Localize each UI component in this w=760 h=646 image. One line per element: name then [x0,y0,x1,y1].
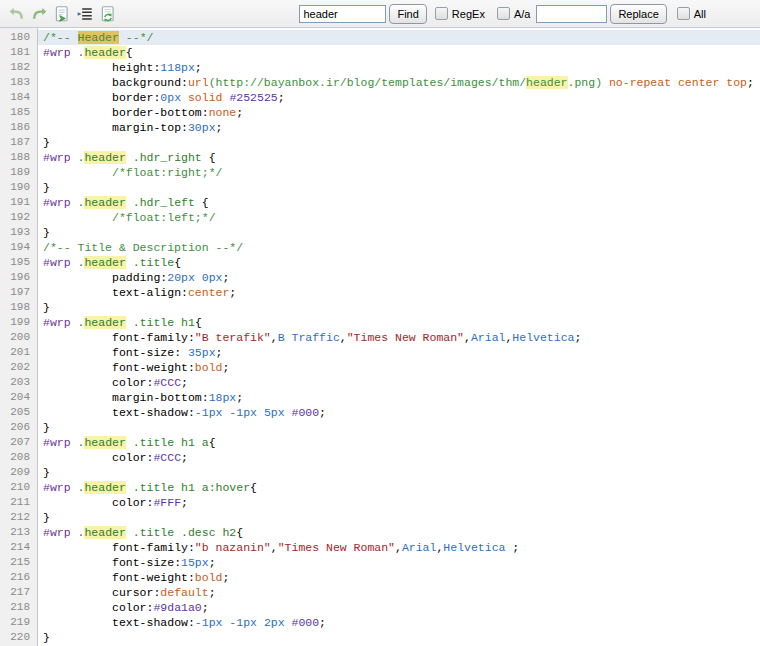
code-line[interactable]: 188#wrp .header .hdr_right { [0,150,760,165]
code-text: text-shadow:-1px -1px 5px #000; [38,405,760,420]
line-number: 188 [0,150,38,165]
code-line[interactable]: 208 color:#CCC; [0,450,760,465]
line-number: 220 [0,630,38,645]
code-line[interactable]: 210#wrp .header .title h1 a:hover{ [0,480,760,495]
code-text: #wrp .header .title h1 a:hover{ [38,480,760,495]
code-line[interactable]: 181#wrp .header{ [0,45,760,60]
code-text: height:118px; [38,60,760,75]
code-text: /*-- Title & Description --*/ [38,240,760,255]
code-text: color:#FFF; [38,495,760,510]
regex-checkbox[interactable] [435,7,448,20]
code-line[interactable]: 197 text-align:center; [0,285,760,300]
code-line[interactable]: 214 font-family:"b nazanin","Times New R… [0,540,760,555]
editor-toolbar: Find RegEx A/a Replace All [0,0,760,28]
case-sensitive-label: A/a [514,8,531,20]
code-text: text-align:center; [38,285,760,300]
line-number: 187 [0,135,38,150]
code-text: /*-- Header --*/ [38,30,760,45]
code-line[interactable]: 198} [0,300,760,315]
code-text: margin-top:30px; [38,120,760,135]
code-text: text-shadow:-1px -1px 2px #000; [38,615,760,630]
code-line[interactable]: 207#wrp .header .title h1 a{ [0,435,760,450]
code-line[interactable]: 194/*-- Title & Description --*/ [0,240,760,255]
code-line[interactable]: 206} [0,420,760,435]
replace-button[interactable]: Replace [610,4,666,24]
undo-icon[interactable] [6,4,26,24]
search-match: header [84,481,125,494]
find-button[interactable]: Find [389,4,426,24]
line-number: 210 [0,480,38,495]
code-text: color:#9da1a0; [38,600,760,615]
word-wrap-icon[interactable] [75,4,95,24]
code-line[interactable]: 213#wrp .header .title .desc h2{ [0,525,760,540]
code-line[interactable]: 180/*-- Header --*/ [0,30,760,45]
search-match: header [526,76,567,89]
goto-line-icon[interactable] [52,4,72,24]
code-line[interactable]: 200 font-family:"B terafik",B Traffic,"T… [0,330,760,345]
line-number: 218 [0,600,38,615]
code-line[interactable]: 202 font-weight:bold; [0,360,760,375]
code-text: #wrp .header .title{ [38,255,760,270]
code-text: #wrp .header .title h1 a{ [38,435,760,450]
code-line[interactable]: 191#wrp .header .hdr_left { [0,195,760,210]
code-line[interactable]: 196 padding:20px 0px; [0,270,760,285]
code-text: font-family:"b nazanin","Times New Roman… [38,540,760,555]
line-number: 212 [0,510,38,525]
reset-highlight-icon[interactable] [98,4,118,24]
current-search-match: Header [78,31,119,44]
case-sensitive-checkbox[interactable] [497,7,510,20]
line-number: 213 [0,525,38,540]
code-line[interactable]: 193} [0,225,760,240]
replace-input[interactable] [536,5,607,23]
line-number: 209 [0,465,38,480]
line-number: 204 [0,390,38,405]
replace-all-checkbox[interactable] [677,7,690,20]
line-number: 186 [0,120,38,135]
code-text: } [38,180,760,195]
code-line[interactable]: 209} [0,465,760,480]
code-line[interactable]: 220} [0,630,760,645]
code-text: } [38,225,760,240]
code-text: font-weight:bold; [38,570,760,585]
code-text: #wrp .header{ [38,45,760,60]
code-line[interactable]: 217 cursor:default; [0,585,760,600]
code-line[interactable]: 218 color:#9da1a0; [0,600,760,615]
find-input[interactable] [299,5,386,23]
code-line[interactable]: 190} [0,180,760,195]
code-line[interactable]: 192 /*float:left;*/ [0,210,760,225]
code-text: #wrp .header .title .desc h2{ [38,525,760,540]
line-number: 208 [0,450,38,465]
redo-icon[interactable] [29,4,49,24]
code-line[interactable]: 211 color:#FFF; [0,495,760,510]
regex-label: RegEx [452,8,485,20]
line-number: 214 [0,540,38,555]
code-line[interactable]: 215 font-size:15px; [0,555,760,570]
code-line[interactable]: 182 height:118px; [0,60,760,75]
code-line[interactable]: 184 border:0px solid #252525; [0,90,760,105]
code-line[interactable]: 216 font-weight:bold; [0,570,760,585]
code-line[interactable]: 201 font-size: 35px; [0,345,760,360]
code-text: background:url(http://bayanbox.ir/blog/t… [38,75,760,90]
code-text: /*float:left;*/ [38,210,760,225]
code-line[interactable]: 212} [0,510,760,525]
code-text: } [38,420,760,435]
code-line[interactable]: 183 background:url(http://bayanbox.ir/bl… [0,75,760,90]
code-line[interactable]: 187} [0,135,760,150]
code-line[interactable]: 185 border-bottom:none; [0,105,760,120]
line-number: 180 [0,30,38,45]
code-area[interactable]: 180/*-- Header --*/181#wrp .header{182 h… [0,28,760,646]
code-line[interactable]: 204 margin-bottom:18px; [0,390,760,405]
line-number: 191 [0,195,38,210]
line-number: 219 [0,615,38,630]
code-line[interactable]: 195#wrp .header .title{ [0,255,760,270]
code-line[interactable]: 205 text-shadow:-1px -1px 5px #000; [0,405,760,420]
line-number: 198 [0,300,38,315]
code-line[interactable]: 203 color:#CCC; [0,375,760,390]
line-number: 183 [0,75,38,90]
code-line[interactable]: 189 /*float:right;*/ [0,165,760,180]
code-line[interactable]: 199#wrp .header .title h1{ [0,315,760,330]
code-line[interactable]: 186 margin-top:30px; [0,120,760,135]
search-match: header [84,436,125,449]
code-line[interactable]: 219 text-shadow:-1px -1px 2px #000; [0,615,760,630]
replace-all-label: All [694,8,706,20]
